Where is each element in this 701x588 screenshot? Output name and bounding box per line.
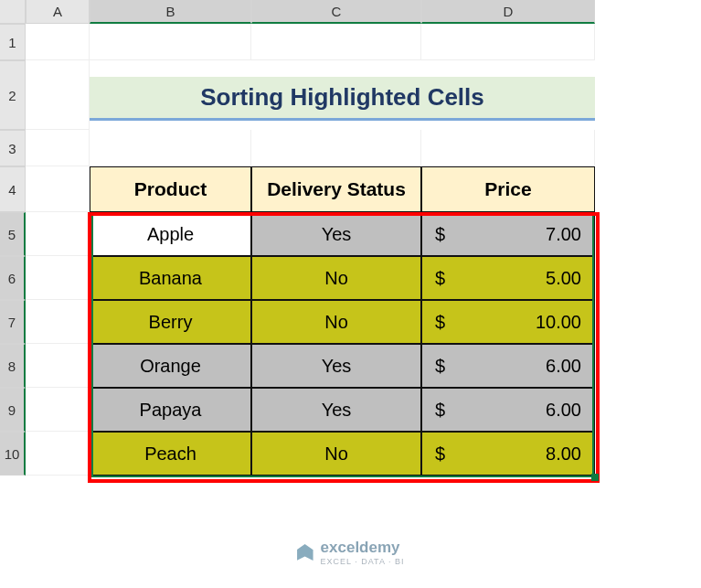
price-value: 6.00 [546,400,581,421]
cell[interactable] [90,24,251,60]
logo-icon [297,544,313,561]
spreadsheet-grid: A B C D 1 2 Sorting Highlighted Cells 3 … [0,0,701,476]
table-cell-delivery[interactable]: Yes [251,388,421,432]
cell[interactable] [26,300,90,344]
table-cell-price[interactable]: $ 8.00 [421,432,595,476]
table-cell-price[interactable]: $ 7.00 [421,212,595,256]
price-value: 7.00 [546,224,581,245]
table-cell-product[interactable]: Banana [90,256,251,300]
cell[interactable] [26,388,90,432]
price-value: 6.00 [546,356,581,377]
title-merged-cell[interactable]: Sorting Highlighted Cells [90,60,595,130]
table-cell-delivery[interactable]: Yes [251,344,421,388]
row-header-7[interactable]: 7 [0,300,26,344]
price-value: 8.00 [546,444,581,465]
row-header-6[interactable]: 6 [0,256,26,300]
watermark-brand: exceldemy [321,539,400,556]
watermark: exceldemy EXCEL · DATA · BI [297,539,405,566]
cell[interactable] [421,130,595,166]
col-header-c[interactable]: C [251,0,421,24]
col-header-a[interactable]: A [26,0,90,24]
row-header-1[interactable]: 1 [0,24,26,60]
cell[interactable] [26,24,90,60]
table-cell-product[interactable]: Apple [90,212,251,256]
table-cell-product[interactable]: Peach [90,432,251,476]
col-header-d[interactable]: D [421,0,595,24]
currency-symbol: $ [435,356,445,377]
table-cell-delivery[interactable]: No [251,432,421,476]
table-cell-product[interactable]: Orange [90,344,251,388]
cell[interactable] [26,130,90,166]
table-cell-price[interactable]: $ 5.00 [421,256,595,300]
row-header-9[interactable]: 9 [0,388,26,432]
table-cell-price[interactable]: $ 6.00 [421,344,595,388]
currency-symbol: $ [435,268,445,289]
cell[interactable] [26,212,90,256]
currency-symbol: $ [435,312,445,333]
table-cell-price[interactable]: $ 10.00 [421,300,595,344]
price-value: 5.00 [546,268,581,289]
cell[interactable] [90,130,251,166]
cell[interactable] [26,60,90,130]
col-header-b[interactable]: B [90,0,251,24]
fill-handle[interactable] [591,474,599,481]
currency-symbol: $ [435,444,445,465]
cell[interactable] [26,256,90,300]
cell[interactable] [26,432,90,476]
table-header-price[interactable]: Price [421,166,595,212]
cell[interactable] [26,166,90,212]
table-header-product[interactable]: Product [90,166,251,212]
row-header-10[interactable]: 10 [0,432,26,476]
price-value: 10.00 [536,312,581,333]
cell[interactable] [251,24,421,60]
currency-symbol: $ [435,224,445,245]
table-cell-product[interactable]: Berry [90,300,251,344]
table-cell-delivery[interactable]: No [251,256,421,300]
select-all-corner[interactable] [0,0,26,24]
cell[interactable] [26,344,90,388]
table-cell-delivery[interactable]: Yes [251,212,421,256]
row-header-3[interactable]: 3 [0,130,26,166]
table-header-delivery[interactable]: Delivery Status [251,166,421,212]
table-cell-delivery[interactable]: No [251,300,421,344]
watermark-tag: EXCEL · DATA · BI [321,557,405,566]
row-header-4[interactable]: 4 [0,166,26,212]
row-header-2[interactable]: 2 [0,60,26,130]
row-header-8[interactable]: 8 [0,344,26,388]
cell[interactable] [421,24,595,60]
currency-symbol: $ [435,400,445,421]
page-title: Sorting Highlighted Cells [90,77,595,121]
cell[interactable] [251,130,421,166]
table-cell-product[interactable]: Papaya [90,388,251,432]
table-cell-price[interactable]: $ 6.00 [421,388,595,432]
row-header-5[interactable]: 5 [0,212,26,256]
